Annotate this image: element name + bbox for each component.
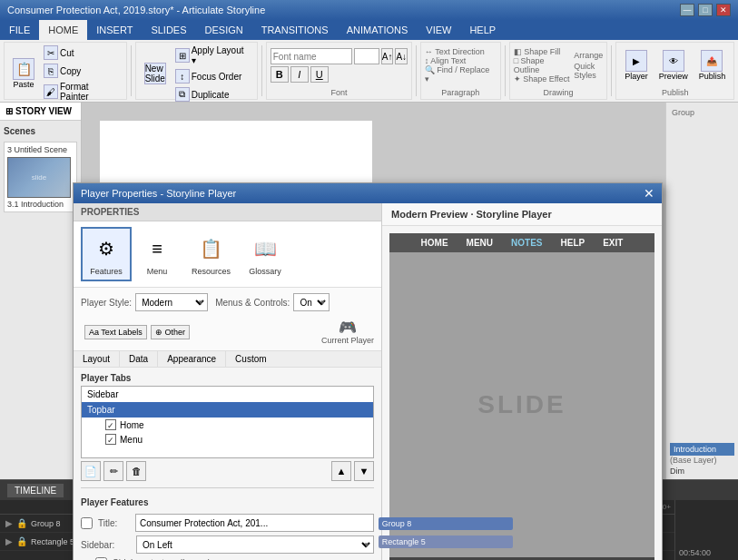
player-nav-exit[interactable]: EXIT xyxy=(603,238,623,248)
tab-insert[interactable]: INSERT xyxy=(87,20,142,40)
duplicate-button[interactable]: ⧉ Duplicate xyxy=(172,86,253,103)
track-block-rect5[interactable]: Rectangle 5 xyxy=(379,535,513,548)
tab-home[interactable]: HOME xyxy=(39,20,87,40)
player-style-select[interactable]: Modern Classic xyxy=(135,293,208,311)
tab-file[interactable]: FILE xyxy=(0,20,39,40)
quick-styles-btn[interactable]: QuickStyles xyxy=(574,62,603,80)
shape-outline-btn[interactable]: □ Shape Outline xyxy=(514,56,573,74)
new-slide-button[interactable]: NewSlide xyxy=(140,60,171,87)
tab-transitions[interactable]: TRANSITIONS xyxy=(252,20,338,40)
tab-help[interactable]: HELP xyxy=(460,20,505,40)
paste-button[interactable]: 📋 Paste xyxy=(8,55,39,92)
appearance-subtab[interactable]: Appearance xyxy=(158,351,226,367)
ribbon-group-textstyles: A↑ A↓ B I U Font xyxy=(266,42,412,100)
current-player-btn[interactable]: 🎮 Current Player xyxy=(321,319,374,345)
player-nav-menu[interactable]: MENU xyxy=(467,238,493,248)
custom-subtab[interactable]: Custom xyxy=(226,351,275,367)
home-checkbox[interactable] xyxy=(105,419,116,430)
publish-label: Publish xyxy=(662,86,689,97)
player-style-select-wrapper: Modern Classic xyxy=(135,293,208,311)
tab-view[interactable]: VIEW xyxy=(417,20,460,40)
player-nav-help[interactable]: HELP xyxy=(561,238,585,248)
font-name-input[interactable] xyxy=(271,48,352,64)
text-labels-button[interactable]: Aa Text Labels xyxy=(84,325,147,339)
italic-button[interactable]: I xyxy=(290,66,309,83)
player-nav-notes[interactable]: NOTES xyxy=(511,238,542,248)
delete-tab-button[interactable]: 🗑 xyxy=(126,461,146,481)
dialog-close-button[interactable]: ✕ xyxy=(644,187,654,200)
font-row2: B I U xyxy=(271,66,408,83)
tab-design[interactable]: DESIGN xyxy=(196,20,252,40)
maximize-button[interactable]: □ xyxy=(698,4,713,16)
player-nav-home[interactable]: HOME xyxy=(421,238,448,248)
tab-animations[interactable]: ANIMATIONS xyxy=(338,20,418,40)
tab-slides[interactable]: SLIDES xyxy=(142,20,195,40)
underline-button[interactable]: U xyxy=(310,66,329,83)
shape-effect-btn[interactable]: ✦ Shape Effect xyxy=(514,74,573,84)
data-subtab[interactable]: Data xyxy=(120,351,158,367)
ribbon-group-clipboard: 📋 Paste ✂ Cut ⎘ Copy 🖌 Format Painter xyxy=(4,42,127,100)
decrease-font-button[interactable]: A↓ xyxy=(395,48,408,64)
home-subitem[interactable]: Home xyxy=(100,418,373,432)
right-panel: Group Introduction (Base Layer) Dim xyxy=(665,103,738,479)
preview-button[interactable]: 👁 Preview xyxy=(654,47,693,84)
features-icon: ⚙ xyxy=(90,232,123,265)
arrange-btn[interactable]: Arrange xyxy=(574,51,603,60)
layout-subtab[interactable]: Layout xyxy=(74,351,120,367)
scene-item[interactable]: 3 Untitled Scene slide 3.1 Introduction xyxy=(4,142,77,212)
format-painter-button[interactable]: 🖌 Format Painter xyxy=(41,81,123,103)
track-content-group8[interactable]: Group 8 xyxy=(136,515,674,532)
align-text-btn[interactable]: ↕ Align Text xyxy=(425,56,497,65)
title-checkbox[interactable] xyxy=(81,517,93,529)
menus-controls-label: Menus & Controls: xyxy=(215,298,290,308)
minimize-button[interactable]: — xyxy=(680,4,694,16)
copy-button[interactable]: ⎘ Copy xyxy=(41,63,123,79)
apply-layout-button[interactable]: ⊞ Apply Layout ▾ xyxy=(172,44,253,66)
menu-subitem[interactable]: Menu xyxy=(100,432,373,447)
slide-thumbnail[interactable]: slide xyxy=(7,157,71,198)
other-button[interactable]: ⊕ Other xyxy=(151,325,190,339)
glossary-icon-btn[interactable]: 📖 Glossary xyxy=(240,227,290,281)
bold-button[interactable]: B xyxy=(271,66,289,83)
dim-label: Dim xyxy=(670,467,734,476)
app-title: Consumer Protection Act, 2019.story* - A… xyxy=(7,5,265,15)
track-block-group8[interactable]: Group 8 xyxy=(379,517,513,530)
sidebar-tab-item[interactable]: Sidebar xyxy=(82,387,373,402)
left-panel: ⊞ STORY VIEW Scenes 3 Untitled Scene sli… xyxy=(0,103,82,479)
font-label: Font xyxy=(330,86,347,97)
preview-icon: 👁 xyxy=(663,50,684,72)
timeline-tab[interactable]: TIMELINE xyxy=(7,484,64,497)
increase-font-button[interactable]: A↑ xyxy=(381,48,394,64)
move-up-button[interactable]: ▲ xyxy=(331,461,351,481)
menu-checkbox[interactable] xyxy=(105,434,116,445)
find-replace-btn[interactable]: 🔍 Find / Replace ▾ xyxy=(425,65,497,84)
format-painter-icon: 🖌 xyxy=(44,84,58,99)
ribbon-group-slide: NewSlide ⊞ Apply Layout ▾ ↕ Focus Order … xyxy=(135,42,258,100)
ribbon-group-paragraph: ↔ Text Direction ↕ Align Text 🔍 Find / R… xyxy=(420,42,501,100)
player-nav-bar: HOME MENU NOTES HELP EXIT xyxy=(389,233,654,252)
home-label: Home xyxy=(120,420,144,430)
publish-items: ▶ Player 👁 Preview 📤 Publish xyxy=(620,44,730,86)
features-icon-btn[interactable]: ⚙ Features xyxy=(81,227,132,281)
sep1 xyxy=(131,45,132,96)
edit-tab-button[interactable]: ✏ xyxy=(103,461,123,481)
track-content-rect5[interactable]: Rectangle 5 xyxy=(136,533,674,550)
text-direction-btn[interactable]: ↔ Text Direction xyxy=(425,47,497,56)
shape-fill-btn[interactable]: ◧ Shape Fill xyxy=(514,47,573,56)
menu-icon-btn[interactable]: ≡ Menu xyxy=(132,227,182,281)
font-size-input[interactable] xyxy=(354,48,379,64)
menus-controls-group: Menus & Controls: On Off xyxy=(215,293,330,311)
new-tab-button[interactable]: 📄 xyxy=(81,461,101,481)
cut-button[interactable]: ✂ Cut xyxy=(41,44,123,61)
player-button[interactable]: ▶ Player xyxy=(620,47,653,84)
dialog-icons-row: ⚙ Features ≡ Menu 📋 Resources 📖 Glossary xyxy=(74,221,381,288)
focus-order-button[interactable]: ↕ Focus Order xyxy=(172,68,253,84)
resources-icon-btn[interactable]: 📋 Resources xyxy=(182,227,240,281)
publish-button[interactable]: 📤 Publish xyxy=(694,47,731,84)
menus-controls-select[interactable]: On Off xyxy=(293,293,330,311)
menu-label: Menu xyxy=(120,435,143,445)
paste-icon: 📋 xyxy=(13,58,34,80)
close-button[interactable]: ✕ xyxy=(716,4,731,16)
topbar-tab-item[interactable]: Topbar xyxy=(82,402,373,418)
move-down-button[interactable]: ▼ xyxy=(354,461,374,481)
